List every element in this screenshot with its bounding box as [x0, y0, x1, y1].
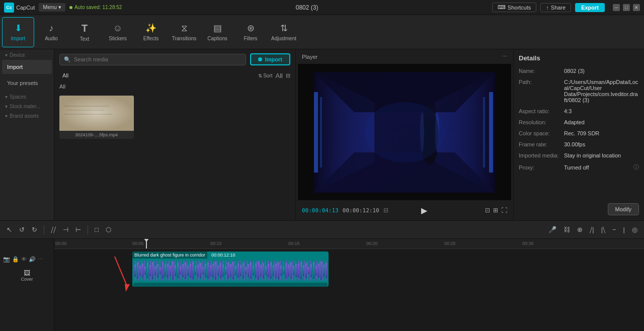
- svg-rect-68: [255, 264, 257, 278]
- media-thumbnail: [59, 96, 134, 131]
- split-button[interactable]: ⧸⧸: [48, 224, 58, 235]
- sidebar-item-import[interactable]: Import: [2, 60, 52, 74]
- trim-left-button[interactable]: ⊣: [60, 224, 71, 235]
- tl-zoom-out[interactable]: −: [610, 224, 619, 235]
- video-clip[interactable]: Blurred dark ghost figure in corridor 00…: [132, 252, 329, 287]
- player-menu-icon[interactable]: ⋯: [502, 53, 507, 60]
- svg-rect-85: [298, 264, 299, 278]
- detail-row-path: Path: C:/Users/Usman/AppData/Local/CapCu…: [519, 79, 639, 103]
- tool-transitions[interactable]: ⧖ Transitions: [168, 17, 200, 47]
- tool-stickers[interactable]: ☺ Stickers: [102, 17, 134, 47]
- sidebar-section-brand[interactable]: ▾ Brand assets: [0, 110, 54, 120]
- menu-button[interactable]: Menu ▾: [39, 3, 65, 12]
- sort-button[interactable]: ⇅ Sort: [258, 73, 272, 78]
- sidebar-section-spaces[interactable]: ▾ Spaces: [0, 91, 54, 101]
- timeline-content: 📷 🔒 👁 🔊 ⋯ 🖼 Cover 00:00 00:05 00:10 00:1…: [0, 239, 644, 331]
- shortcuts-button[interactable]: ⌨ Shortcuts: [492, 3, 536, 12]
- tool-filters[interactable]: ⊛ Filters: [234, 17, 267, 47]
- tool-adjustment[interactable]: ⇅ Adjustment: [268, 17, 300, 47]
- maximize-button[interactable]: □: [623, 4, 630, 11]
- detail-value-resolution: Adapted: [564, 119, 639, 125]
- svg-rect-10: [483, 97, 485, 168]
- track-audio-button[interactable]: 🔊: [29, 256, 36, 263]
- clip-label: Blurred dark ghost figure in corridor: [132, 252, 207, 259]
- svg-rect-78: [280, 266, 282, 276]
- tool-import[interactable]: ⬇ Import: [2, 17, 34, 47]
- view-filter-button[interactable]: ⊟: [286, 72, 290, 79]
- sidebar-section-device[interactable]: ▾ Device: [0, 49, 54, 59]
- adjustment-icon: ⇅: [280, 23, 288, 34]
- svg-rect-95: [323, 265, 325, 277]
- ruler-mark-2: 00:10: [210, 241, 222, 246]
- mic-button[interactable]: 🎤: [546, 224, 559, 235]
- minimize-button[interactable]: ─: [613, 4, 620, 11]
- playhead-triangle: [143, 239, 149, 242]
- svg-rect-35: [172, 262, 174, 280]
- share-label: Share: [551, 5, 566, 11]
- track-lock-button[interactable]: 🔒: [12, 256, 19, 263]
- tool-captions[interactable]: ▤ Captions: [201, 17, 233, 47]
- svg-rect-47: [202, 267, 204, 274]
- import-button-dot: [258, 57, 262, 61]
- all-tab[interactable]: All: [59, 71, 71, 79]
- media-item[interactable]: 3024109-....5fps.mp4: [59, 96, 134, 139]
- close-button[interactable]: ✕: [633, 4, 640, 11]
- svg-rect-41: [187, 266, 189, 276]
- tool-effects-label: Effects: [143, 36, 158, 41]
- tool-audio[interactable]: ♪ Audio: [35, 17, 67, 47]
- svg-rect-66: [250, 263, 252, 279]
- details-title: Details: [519, 54, 639, 62]
- tool-effects[interactable]: ✨ Effects: [135, 17, 167, 47]
- tl-settings[interactable]: ◎: [629, 224, 640, 235]
- tl-link-button[interactable]: ⛓: [561, 224, 573, 235]
- modify-button[interactable]: Modify: [608, 203, 639, 215]
- waveform-svg: [133, 261, 328, 281]
- cover-label: Cover: [21, 277, 33, 282]
- svg-rect-51: [212, 264, 214, 278]
- export-button[interactable]: Export: [575, 3, 605, 12]
- fullscreen-fit-button[interactable]: ⊡: [485, 207, 490, 214]
- tl-trim-btn2[interactable]: |⧹: [599, 224, 608, 235]
- cover-button[interactable]: 🖼 Cover: [0, 269, 54, 282]
- sidebar-item-presets-label: Your presets: [7, 80, 38, 86]
- track-camera-button[interactable]: 📷: [3, 256, 10, 263]
- fullscreen-button[interactable]: ⛶: [501, 207, 507, 214]
- cursor-button[interactable]: ↖: [4, 224, 15, 235]
- proxy-info-icon[interactable]: ⓘ: [633, 163, 639, 171]
- player-header: Player ⋯: [296, 49, 513, 64]
- mask-button[interactable]: ⬡: [103, 224, 114, 235]
- track-more-button[interactable]: ⋯: [38, 256, 43, 263]
- playhead[interactable]: [146, 239, 147, 249]
- svg-rect-48: [205, 264, 206, 277]
- track-eye-button[interactable]: 👁: [21, 256, 27, 262]
- svg-rect-73: [268, 264, 269, 277]
- search-input[interactable]: [74, 56, 242, 62]
- timeline-ruler: 00:00 00:05 00:10 00:15 00:20 00:25 00:3…: [54, 239, 644, 249]
- import-button[interactable]: Import: [250, 53, 290, 65]
- svg-rect-72: [265, 266, 267, 275]
- media-toolbar: All ⇅ Sort All ⊟: [54, 69, 295, 81]
- ruler-mark-1: 00:05: [132, 241, 144, 246]
- window-controls: ─ □ ✕: [613, 4, 640, 11]
- undo-button[interactable]: ↺: [17, 224, 27, 235]
- group-button[interactable]: □: [92, 224, 101, 235]
- resolution-button[interactable]: ⊞: [493, 207, 498, 214]
- tool-adjustment-label: Adjustment: [271, 36, 296, 41]
- current-time: 00:00:04:13: [302, 207, 339, 214]
- svg-rect-91: [313, 263, 314, 279]
- svg-rect-20: [134, 265, 136, 277]
- play-button[interactable]: ▶: [417, 203, 431, 217]
- svg-rect-67: [253, 266, 254, 276]
- search-bar[interactable]: 🔍: [59, 54, 246, 65]
- filter-all-button[interactable]: All: [276, 72, 283, 79]
- tool-text[interactable]: T Text: [68, 17, 101, 47]
- trim-right-button[interactable]: ⊢: [73, 224, 84, 235]
- tl-magnet-button[interactable]: ⊕: [575, 224, 585, 235]
- tl-split-btn2[interactable]: ⧸|: [587, 224, 596, 235]
- sidebar-item-presets[interactable]: Your presets: [2, 76, 52, 90]
- redo-button[interactable]: ↻: [29, 224, 40, 235]
- sidebar-section-stock[interactable]: ▾ Stock mater...: [0, 101, 54, 110]
- tl-zoom-in[interactable]: |: [621, 224, 627, 235]
- share-button[interactable]: ↑ Share: [540, 3, 571, 12]
- player-details-area: Player ⋯: [296, 49, 644, 220]
